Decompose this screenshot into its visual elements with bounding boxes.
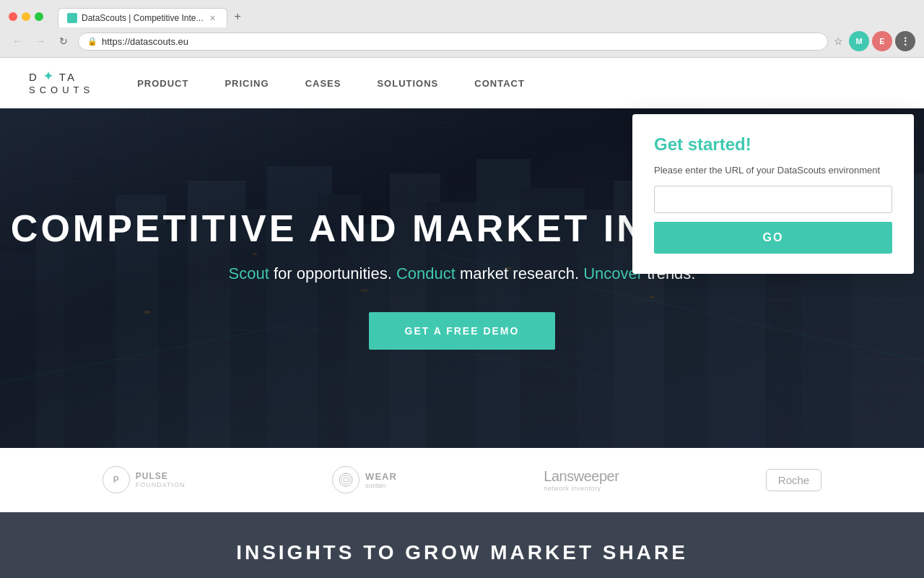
wear-text: WEAR sustain xyxy=(365,471,397,489)
nav-link-product[interactable]: PRODUCT xyxy=(137,78,188,89)
new-tab-button[interactable]: + xyxy=(227,6,248,27)
logo-lansweeper: Lansweeper network inventory xyxy=(544,468,619,492)
tab-favicon xyxy=(67,13,77,23)
traffic-light-minimize[interactable] xyxy=(22,12,30,21)
go-button[interactable]: GO xyxy=(654,222,892,254)
browser-actions: M E ⋮ xyxy=(849,31,915,51)
lansweeper-text: Lansweeper network inventory xyxy=(544,468,619,492)
hero-word2: Conduct xyxy=(396,264,456,282)
pulse-name: PULSE xyxy=(136,471,186,481)
main-nav: D✦TA SCOUTS PRODUCT PRICING CASES SOLUTI… xyxy=(0,58,924,108)
lansweeper-name: Lansweeper xyxy=(544,468,619,485)
hero-word1: Scout xyxy=(229,264,269,282)
url-input[interactable] xyxy=(654,186,892,213)
logo-data: D xyxy=(29,70,39,85)
logo-ta: TA xyxy=(59,70,77,85)
nav-links: PRODUCT PRICING CASES SOLUTIONS CONTACT xyxy=(137,78,895,89)
browser-addressbar: ← → ↻ 🔒 https://datascouts.eu ☆ M E ⋮ xyxy=(0,27,924,57)
lock-icon: 🔒 xyxy=(87,37,97,46)
nav-link-solutions[interactable]: SOLUTIONS xyxy=(377,78,438,89)
logo-wear: WEAR sustain xyxy=(332,466,397,493)
pulse-text: PULSE FOUNDATION xyxy=(136,471,186,488)
wear-sub: sustain xyxy=(365,482,397,489)
lansweeper-sub: network inventory xyxy=(544,485,619,492)
get-started-popup: Get started! Please enter the URL of you… xyxy=(632,114,914,274)
wear-name: WEAR xyxy=(365,471,397,482)
bookmark-icon[interactable]: ☆ xyxy=(834,35,843,47)
footer-section: INSIGHTS TO GROW MARKET SHARE xyxy=(0,512,924,578)
nav-link-contact[interactable]: CONTACT xyxy=(474,78,525,89)
wear-circle xyxy=(332,466,359,493)
hero-sub-mid: market research. xyxy=(460,264,583,282)
logo-pulse: P PULSE FOUNDATION xyxy=(103,466,186,493)
footer-title: INSIGHTS TO GROW MARKET SHARE xyxy=(29,541,895,564)
pulse-sub: FOUNDATION xyxy=(136,481,186,488)
nav-link-cases[interactable]: CASES xyxy=(305,78,341,89)
traffic-light-close[interactable] xyxy=(9,12,17,21)
hero-sub-pre: for opportunities. xyxy=(274,264,396,282)
forward-button[interactable]: → xyxy=(32,33,49,50)
url-text: https://datascouts.eu xyxy=(102,36,819,47)
roche-badge: Roche xyxy=(766,469,821,491)
logos-bar: P PULSE FOUNDATION WEAR sustain xyxy=(0,448,924,512)
logo-scouts: SCOUTS xyxy=(29,85,94,97)
website: D✦TA SCOUTS PRODUCT PRICING CASES SOLUTI… xyxy=(0,58,924,578)
traffic-lights xyxy=(9,12,43,21)
popup-title: Get started! xyxy=(654,134,892,155)
hero-cta-button[interactable]: GET A FREE DEMO xyxy=(369,312,556,350)
tab-close-button[interactable]: ✕ xyxy=(208,13,218,23)
nav-link-pricing[interactable]: PRICING xyxy=(225,78,269,89)
svg-rect-0 xyxy=(69,14,76,22)
logo-roche: Roche xyxy=(766,469,821,491)
svg-point-32 xyxy=(341,475,350,484)
logo: D✦TA SCOUTS xyxy=(29,69,94,97)
back-button[interactable]: ← xyxy=(9,33,26,50)
tab-bar: DataScouts | Competitive Inte... ✕ + xyxy=(58,6,248,27)
pulse-circle: P xyxy=(103,466,130,493)
profile-m-button[interactable]: M xyxy=(849,31,869,51)
browser-chrome: DataScouts | Competitive Inte... ✕ + ← →… xyxy=(0,0,924,58)
browser-titlebar: DataScouts | Competitive Inte... ✕ + xyxy=(0,0,924,27)
profile-e-button[interactable]: E xyxy=(872,31,892,51)
menu-button[interactable]: ⋮ xyxy=(895,31,915,51)
logo-cross-icon: ✦ xyxy=(43,69,55,85)
address-bar[interactable]: 🔒 https://datascouts.eu xyxy=(78,33,828,51)
browser-tab-active[interactable]: DataScouts | Competitive Inte... ✕ xyxy=(58,8,227,27)
reload-button[interactable]: ↻ xyxy=(55,33,72,50)
roche-name: Roche xyxy=(778,474,809,486)
svg-point-33 xyxy=(344,478,348,482)
tab-title: DataScouts | Competitive Inte... xyxy=(82,13,204,23)
traffic-light-maximize[interactable] xyxy=(35,12,43,21)
popup-description: Please enter the URL of your DataScouts … xyxy=(654,165,892,176)
